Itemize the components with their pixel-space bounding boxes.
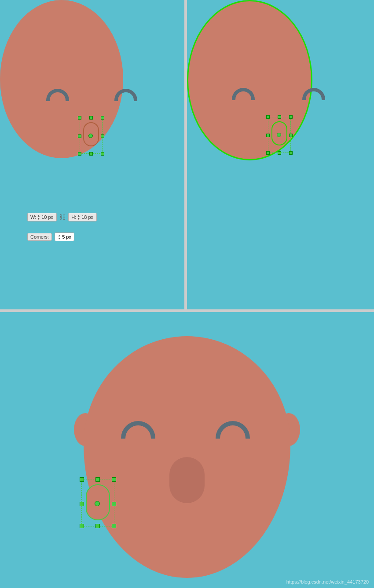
transform-toolbar: W: ▲ ▼ 10 px ⛓ H: ▲ ▼ 18 px — [27, 213, 97, 221]
handle-bl-r[interactable] — [266, 151, 270, 155]
face-oval-left — [0, 0, 123, 158]
w-label: W: — [30, 214, 36, 220]
corners-label: Corners: — [27, 233, 52, 241]
corners-toolbar: Corners: ▲ ▼ 5 px — [27, 232, 74, 241]
handle-tm-b[interactable] — [95, 477, 100, 482]
center-handle[interactable] — [88, 134, 93, 138]
width-group: W: ▲ ▼ 10 px — [27, 213, 57, 221]
handle-tr[interactable] — [101, 116, 104, 120]
handle-ml-b[interactable] — [80, 502, 84, 506]
h-value: 18 px — [81, 214, 94, 220]
handle-tm-r[interactable] — [278, 115, 281, 119]
h-label: H: — [71, 214, 76, 220]
nose-selection-bottom[interactable] — [81, 479, 114, 526]
handle-br-b[interactable] — [112, 524, 116, 528]
height-group: H: ▲ ▼ 18 px — [68, 213, 97, 221]
handle-tr-r[interactable] — [289, 115, 293, 119]
handle-bm[interactable] — [89, 152, 93, 156]
handle-tr-b[interactable] — [112, 477, 116, 482]
handle-bl[interactable] — [78, 152, 81, 156]
handle-mr[interactable] — [101, 134, 104, 138]
chain-icon: ⛓ — [59, 214, 66, 221]
handle-ml-r[interactable] — [266, 134, 270, 137]
panel-right: ◇ Align ≪ ≡ Align Objects: — [187, 0, 374, 309]
handle-bl-b[interactable] — [80, 524, 84, 528]
center-handle-b[interactable] — [95, 501, 100, 506]
corners-value: 5 px — [62, 234, 71, 240]
handle-mr-b[interactable] — [112, 502, 116, 506]
handle-ml[interactable] — [78, 134, 81, 138]
nose-selection-left[interactable] — [80, 118, 103, 154]
handle-mr-r[interactable] — [289, 134, 293, 137]
handle-tl-b[interactable] — [80, 477, 84, 482]
handle-bm-b[interactable] — [95, 524, 100, 528]
handle-br-r[interactable] — [289, 151, 293, 155]
w-value: 10 px — [41, 214, 54, 220]
handle-tl-r[interactable] — [266, 115, 270, 119]
nose-bottom — [169, 457, 205, 503]
h-arrows[interactable]: ▲ ▼ — [77, 214, 80, 220]
main-container: W: ▲ ▼ 10 px ⛓ H: ▲ ▼ 18 px — [0, 0, 374, 588]
watermark: https://blog.csdn.net/weixin_44173720 — [286, 579, 369, 584]
handle-tm[interactable] — [89, 116, 93, 120]
panel-bottom: https://blog.csdn.net/weixin_44173720 — [0, 312, 374, 588]
panel-left: W: ▲ ▼ 10 px ⛓ H: ▲ ▼ 18 px — [0, 0, 187, 309]
handle-br[interactable] — [101, 152, 104, 156]
top-row: W: ▲ ▼ 10 px ⛓ H: ▲ ▼ 18 px — [0, 0, 374, 312]
nose-selection-right[interactable] — [268, 117, 291, 153]
center-handle-r[interactable] — [277, 133, 281, 137]
face-oval-right — [187, 0, 312, 160]
handle-tl[interactable] — [78, 116, 81, 120]
handle-bm-r[interactable] — [278, 151, 281, 155]
corners-input[interactable]: ▲ ▼ 5 px — [55, 232, 74, 241]
corners-arrows[interactable]: ▲ ▼ — [58, 234, 61, 240]
w-arrows[interactable]: ▲ ▼ — [37, 214, 40, 220]
